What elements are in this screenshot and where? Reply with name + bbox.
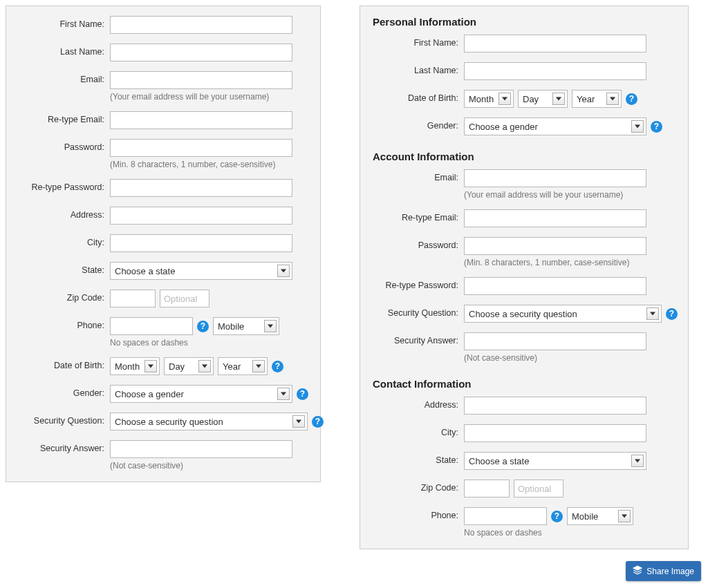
personal-heading: Personal Information <box>373 16 676 28</box>
retype-email-input[interactable] <box>464 209 646 227</box>
email-helper: (Your email address will be your usernam… <box>110 92 269 102</box>
help-icon[interactable]: ? <box>551 511 563 522</box>
email-input[interactable] <box>464 169 646 187</box>
email-input[interactable] <box>110 71 292 89</box>
phone-label: Phone: <box>367 507 464 520</box>
gender-select-value: Choose a gender <box>115 389 184 399</box>
gender-select[interactable]: Choose a gender <box>110 385 292 403</box>
first-name-label: First Name: <box>367 35 464 48</box>
password-input[interactable] <box>110 139 292 157</box>
chevron-down-icon <box>252 360 265 372</box>
help-icon[interactable]: ? <box>626 93 637 105</box>
phone-helper: No spaces or dashes <box>464 528 542 538</box>
dob-month-select[interactable]: Month <box>464 90 514 108</box>
state-select[interactable]: Choose a state <box>110 262 292 280</box>
chevron-down-icon <box>277 265 290 277</box>
retype-password-label: Re-type Password: <box>13 179 110 192</box>
dob-month-value: Month <box>115 361 140 372</box>
state-select-value: Choose a state <box>469 456 529 466</box>
chevron-down-icon <box>145 360 157 372</box>
dob-year-select[interactable]: Year <box>572 90 622 108</box>
last-name-label: Last Name: <box>13 44 110 57</box>
security-question-label: Security Question: <box>367 305 464 318</box>
contact-heading: Contact Information <box>373 378 676 390</box>
first-name-input[interactable] <box>110 16 292 34</box>
chevron-down-icon <box>552 93 565 105</box>
chevron-down-icon <box>631 455 644 467</box>
chevron-down-icon <box>618 510 631 522</box>
dob-label: Date of Birth: <box>13 357 110 370</box>
dob-day-select[interactable]: Day <box>164 357 214 375</box>
chevron-down-icon <box>198 360 211 372</box>
retype-email-label: Re-type Email: <box>367 209 464 222</box>
dob-day-value: Day <box>169 361 185 372</box>
city-label: City: <box>367 424 464 437</box>
gender-select[interactable]: Choose a gender <box>464 117 646 135</box>
city-input[interactable] <box>110 234 292 252</box>
left-form-panel: First Name: Last Name: Email: (Your emai… <box>6 6 321 482</box>
last-name-label: Last Name: <box>367 62 464 75</box>
state-label: State: <box>13 262 110 275</box>
retype-email-input[interactable] <box>110 111 292 129</box>
phone-type-select[interactable]: Mobile <box>567 507 633 525</box>
zip-input[interactable] <box>464 480 510 497</box>
security-answer-helper: (Not case-sensitive) <box>110 461 183 471</box>
dob-day-select[interactable]: Day <box>518 90 568 108</box>
dob-label: Date of Birth: <box>367 90 464 103</box>
address-input[interactable] <box>464 397 646 415</box>
retype-password-input[interactable] <box>464 277 646 295</box>
zip-optional-input[interactable] <box>160 290 209 307</box>
dob-year-select[interactable]: Year <box>218 357 268 375</box>
security-answer-input[interactable] <box>110 440 292 458</box>
chevron-down-icon <box>646 307 659 320</box>
city-input[interactable] <box>464 424 646 442</box>
address-label: Address: <box>367 397 464 410</box>
help-icon[interactable]: ? <box>666 308 678 320</box>
dob-month-select[interactable]: Month <box>110 357 160 375</box>
address-input[interactable] <box>110 207 292 225</box>
help-icon[interactable]: ? <box>312 416 324 428</box>
chevron-down-icon <box>631 120 644 133</box>
page-container: First Name: Last Name: Email: (Your emai… <box>6 6 702 549</box>
password-helper: (Min. 8 characters, 1 number, case-sensi… <box>110 160 275 169</box>
zip-label: Zip Code: <box>367 480 464 493</box>
password-helper: (Min. 8 characters, 1 number, case-sensi… <box>464 258 629 267</box>
help-icon[interactable]: ? <box>297 388 308 400</box>
help-icon[interactable]: ? <box>651 121 662 133</box>
email-label: Email: <box>367 169 464 182</box>
state-select[interactable]: Choose a state <box>464 452 646 470</box>
security-question-select[interactable]: Choose a security question <box>110 412 308 430</box>
help-icon[interactable]: ? <box>272 361 283 372</box>
zip-input[interactable] <box>110 290 156 307</box>
dob-year-value: Year <box>577 94 595 104</box>
security-answer-label: Security Answer: <box>367 332 464 345</box>
zip-optional-input[interactable] <box>514 480 563 497</box>
dob-month-value: Month <box>469 94 494 104</box>
security-answer-helper: (Not case-sensitive) <box>464 353 537 363</box>
help-icon[interactable]: ? <box>197 321 209 332</box>
phone-type-select[interactable]: Mobile <box>213 317 279 335</box>
first-name-input[interactable] <box>464 35 646 53</box>
dob-day-value: Day <box>523 94 539 104</box>
security-answer-input[interactable] <box>464 332 646 350</box>
chevron-down-icon <box>499 93 511 105</box>
password-label: Password: <box>13 139 110 152</box>
state-select-value: Choose a state <box>115 266 175 276</box>
chevron-down-icon <box>606 93 619 105</box>
phone-label: Phone: <box>13 317 110 330</box>
zip-label: Zip Code: <box>13 290 110 303</box>
email-label: Email: <box>13 71 110 84</box>
phone-input[interactable] <box>110 317 193 335</box>
gender-label: Gender: <box>367 117 464 131</box>
retype-password-label: Re-type Password: <box>367 277 464 290</box>
right-form-panel: Personal Information First Name: Last Na… <box>360 6 689 549</box>
security-question-select[interactable]: Choose a security question <box>464 305 662 323</box>
password-input[interactable] <box>464 237 646 255</box>
security-answer-label: Security Answer: <box>13 440 110 453</box>
last-name-input[interactable] <box>464 62 646 80</box>
password-label: Password: <box>367 237 464 250</box>
retype-password-input[interactable] <box>110 179 292 197</box>
last-name-input[interactable] <box>110 44 292 61</box>
address-label: Address: <box>13 207 110 220</box>
phone-input[interactable] <box>464 507 547 525</box>
